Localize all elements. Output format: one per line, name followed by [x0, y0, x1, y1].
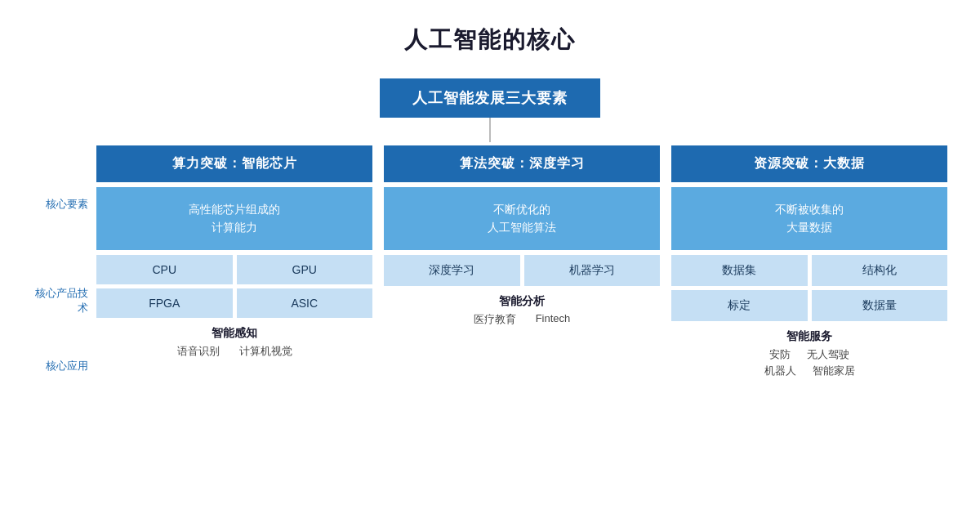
col2-product-0: 深度学习: [384, 255, 520, 286]
label-spacer-desc: [33, 221, 96, 277]
col1-desc-text: 高性能芯片组成的 计算能力: [189, 200, 280, 237]
col3-app-row-2: 机器人 智能家居: [764, 364, 855, 378]
col3-desc-text: 不断被收集的 大量数据: [775, 200, 844, 237]
col2-app-items: 医疗教育 Fintech: [474, 312, 571, 327]
label-spacer-grid: [33, 325, 96, 350]
col3-app-title: 智能服务: [786, 329, 832, 344]
page-title: 人工智能的核心: [404, 25, 576, 56]
column-2: 算法突破：深度学习 不断优化的 人工智能算法 深度学习 机器学习 智能分析 医疗…: [384, 145, 660, 378]
col1-product-3: ASIC: [237, 288, 373, 318]
col3-app-item-2: 机器人: [764, 364, 796, 378]
label-core-element: 核心要素: [33, 197, 96, 212]
label-core-product: 核心产品技术: [33, 286, 96, 315]
col1-product-2: FPGA: [96, 288, 233, 318]
col3-product-grid: 数据集 结构化 标定 数据量: [671, 255, 947, 321]
col1-product-0: CPU: [96, 255, 233, 284]
col1-app-title: 智能感知: [212, 326, 257, 341]
col3-app-section: 智能服务 安防 无人驾驶 机器人 智能家居: [671, 326, 947, 378]
col3-header: 资源突破：大数据: [671, 145, 947, 182]
col1-header: 算力突破：智能芯片: [96, 145, 372, 182]
col2-app-item-1: Fintech: [536, 312, 571, 327]
col1-app-items: 语音识别 计算机视觉: [177, 344, 292, 359]
col3-product-0: 数据集: [671, 255, 808, 286]
col3-product-2: 标定: [671, 290, 808, 321]
label-core-application: 核心应用: [33, 359, 96, 373]
col3-desc: 不断被收集的 大量数据: [671, 187, 947, 250]
col1-product-grid: CPU GPU FPGA ASIC: [96, 255, 372, 318]
col1-app-item-1: 计算机视觉: [239, 344, 292, 359]
top-center-box: 人工智能发展三大要素: [380, 78, 600, 118]
col3-app-item-3: 智能家居: [813, 364, 855, 378]
col1-desc: 高性能芯片组成的 计算能力: [96, 187, 372, 250]
col3-app-items: 安防 无人驾驶 机器人 智能家居: [764, 347, 855, 378]
col2-header: 算法突破：深度学习: [384, 145, 660, 182]
connector-line: [489, 118, 491, 142]
col3-app-item-0: 安防: [769, 347, 791, 362]
col3-product-1: 结构化: [812, 255, 948, 286]
col2-app-section: 智能分析 医疗教育 Fintech: [384, 291, 660, 327]
col2-app-item-0: 医疗教育: [474, 312, 516, 327]
col1-app-item-0: 语音识别: [177, 344, 220, 359]
labels-column: 核心要素 核心产品技术 核心应用: [33, 145, 96, 378]
column-3: 资源突破：大数据 不断被收集的 大量数据 数据集 结构化 标定 数据量 智能服务…: [671, 145, 947, 378]
col3-product-3: 数据量: [812, 290, 948, 321]
col2-app-title: 智能分析: [499, 294, 545, 309]
connector-area: [33, 118, 947, 142]
label-spacer-header: [33, 150, 96, 188]
main-content-row: 核心要素 核心产品技术 核心应用 算力突破：智能芯片 高性能芯片组成的 计算能力…: [33, 145, 947, 378]
col2-product-1: 机器学习: [524, 255, 661, 286]
col2-product-grid: 深度学习 机器学习: [384, 255, 660, 286]
col2-desc: 不断优化的 人工智能算法: [384, 187, 660, 250]
three-columns: 算力突破：智能芯片 高性能芯片组成的 计算能力 CPU GPU FPGA ASI…: [96, 145, 947, 378]
col1-app-section: 智能感知 语音识别 计算机视觉: [96, 323, 372, 359]
col2-desc-text: 不断优化的 人工智能算法: [488, 200, 556, 237]
column-1: 算力突破：智能芯片 高性能芯片组成的 计算能力 CPU GPU FPGA ASI…: [96, 145, 372, 378]
col3-app-row-1: 安防 无人驾驶: [769, 347, 849, 362]
col1-product-1: GPU: [237, 255, 373, 284]
col3-app-item-1: 无人驾驶: [807, 347, 849, 362]
